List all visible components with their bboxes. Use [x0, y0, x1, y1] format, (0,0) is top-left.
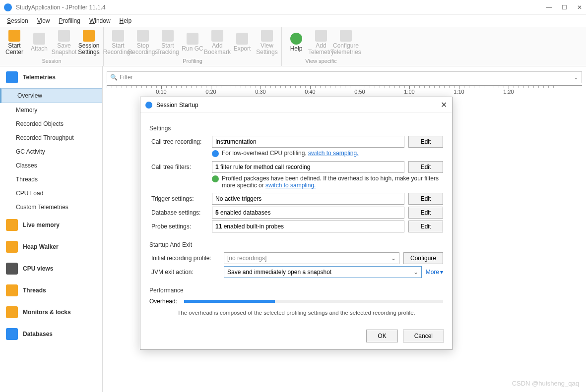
sidebar-section-livememory[interactable]: Live memory — [0, 214, 102, 236]
performance-section-label: Performance — [149, 287, 443, 294]
sidebar-item-recorded-objects[interactable]: Recorded Objects — [0, 117, 102, 131]
group-profiling-label: Profiling — [106, 57, 279, 65]
sidebar-item-recorded-throughput[interactable]: Recorded Throughput — [0, 131, 102, 145]
edit-trigger-button[interactable]: Edit — [408, 193, 443, 205]
close-button[interactable]: ✕ — [577, 4, 582, 11]
menu-view[interactable]: View — [33, 16, 54, 25]
help-button[interactable]: Help — [284, 28, 309, 57]
group-viewspecific-label: View specific — [284, 57, 358, 65]
probe-label: Probe settings: — [149, 223, 208, 230]
trigger-field: No active triggers — [212, 193, 404, 205]
sidebar-item-overview[interactable]: Overview — [0, 88, 102, 103]
sidebar-item-threads[interactable]: Threads — [0, 172, 102, 186]
sidebar-item-gc-activity[interactable]: GC Activity — [0, 145, 102, 159]
sidebar-section-cpuviews[interactable]: CPU views — [0, 258, 102, 280]
call-tree-filters-field: 1 filter rule for method call recording — [212, 161, 404, 173]
sidebar-section-monitors[interactable]: Monitors & locks — [0, 301, 102, 323]
sidebar-item-cpu-load[interactable]: CPU Load — [0, 186, 102, 200]
titlebar: StudyApplication - JProfiler 11.1.4 — ☐ … — [0, 0, 586, 15]
menu-profiling[interactable]: Profiling — [55, 16, 84, 25]
close-icon[interactable]: ✕ — [441, 100, 447, 110]
call-tree-recording-label: Call tree recording: — [149, 138, 208, 145]
initial-profile-label: Initial recording profile: — [149, 255, 220, 262]
session-settings-button[interactable]: Session Settings — [76, 28, 101, 57]
start-tracking-button[interactable]: Start Tracking — [155, 28, 180, 57]
switch-sampling-link[interactable]: switch to sampling. — [308, 150, 358, 157]
menubar: Session View Profiling Window Help — [0, 15, 586, 27]
edit-filters-button[interactable]: Edit — [408, 161, 443, 173]
sidebar: Telemetries Overview Memory Recorded Obj… — [0, 66, 103, 392]
configure-telemetries-button[interactable]: Configure Telemetries — [333, 28, 358, 57]
performance-description: The overhead is composed of the selected… — [149, 310, 443, 316]
search-icon: 🔍 — [110, 74, 118, 81]
jvm-exit-select[interactable]: Save and immediately open a snapshot⌄ — [224, 266, 422, 278]
toolbar: Start Center Attach Save Snapshot Sessio… — [0, 27, 586, 66]
sidebar-section-databases[interactable]: Databases — [0, 323, 102, 345]
dialog-title: Session Startup — [156, 102, 198, 109]
settings-section-label: Settings — [149, 125, 443, 132]
filter-input[interactable]: 🔍 Filter ⌄ — [107, 71, 582, 83]
sidebar-item-memory[interactable]: Memory — [0, 103, 102, 117]
chevron-down-icon: ⌄ — [413, 269, 418, 276]
add-bookmark-button[interactable]: Add Bookmark — [205, 28, 230, 57]
menu-window[interactable]: Window — [85, 16, 115, 25]
sidebar-section-heapwalker[interactable]: Heap Walker — [0, 236, 102, 258]
add-telemetry-button[interactable]: Add Telemetry — [309, 28, 333, 57]
info-icon — [212, 150, 219, 157]
view-settings-button[interactable]: View Settings — [255, 28, 279, 57]
database-label: Database settings: — [149, 209, 208, 216]
app-icon — [4, 3, 12, 11]
check-icon — [212, 175, 219, 182]
sidebar-item-custom-telemetries[interactable]: Custom Telemetries — [0, 200, 102, 214]
chevron-down-icon: ⌄ — [391, 255, 396, 262]
overhead-bar — [184, 300, 443, 303]
more-link[interactable]: More ▾ — [426, 269, 443, 276]
save-snapshot-button[interactable]: Save Snapshot — [52, 28, 76, 57]
database-field: 5 enabled databases — [212, 207, 404, 219]
menu-session[interactable]: Session — [3, 16, 32, 25]
run-gc-button[interactable]: Run GC — [180, 28, 205, 57]
ok-button[interactable]: OK — [366, 330, 397, 342]
call-tree-recording-field: Instrumentation — [212, 136, 404, 148]
trigger-label: Trigger settings: — [149, 195, 208, 202]
startup-section-label: Startup And Exit — [149, 241, 443, 248]
attach-button[interactable]: Attach — [27, 28, 52, 57]
window-title: StudyApplication - JProfiler 11.1.4 — [16, 4, 106, 11]
export-button[interactable]: Export — [230, 28, 255, 57]
edit-database-button[interactable]: Edit — [408, 207, 443, 219]
chevron-down-icon[interactable]: ⌄ — [574, 74, 579, 81]
menu-help[interactable]: Help — [116, 16, 136, 25]
call-tree-filters-label: Call tree filters: — [149, 164, 208, 170]
jvm-exit-label: JVM exit action: — [149, 269, 220, 276]
edit-probe-button[interactable]: Edit — [408, 221, 443, 232]
overhead-label: Overhead: — [149, 298, 177, 305]
session-startup-dialog: Session Startup ✕ Settings Call tree rec… — [140, 97, 453, 350]
sidebar-section-threads[interactable]: Threads — [0, 280, 102, 301]
cancel-button[interactable]: Cancel — [403, 330, 444, 342]
start-recordings-button[interactable]: Start Recordings — [106, 28, 130, 57]
stop-recordings-button[interactable]: Stop Recordings — [130, 28, 155, 57]
sidebar-item-classes[interactable]: Classes — [0, 159, 102, 172]
initial-profile-select[interactable]: [no recordings]⌄ — [224, 252, 399, 264]
timeline-ruler: 0:100:200:300:400:501:001:101:20 — [107, 85, 582, 97]
maximize-button[interactable]: ☐ — [562, 4, 567, 11]
sidebar-section-telemetries[interactable]: Telemetries — [0, 66, 102, 88]
start-center-button[interactable]: Start Center — [2, 28, 27, 57]
dialog-icon — [145, 102, 152, 109]
watermark: CSDN @huisheng_qaq — [512, 380, 579, 387]
probe-field: 11 enabled built-in probes — [212, 221, 404, 232]
configure-button[interactable]: Configure — [403, 252, 443, 264]
minimize-button[interactable]: — — [546, 4, 552, 11]
switch-sampling-link-2[interactable]: switch to sampling. — [265, 182, 316, 189]
edit-call-tree-button[interactable]: Edit — [408, 136, 443, 148]
group-session-label: Session — [2, 57, 101, 65]
